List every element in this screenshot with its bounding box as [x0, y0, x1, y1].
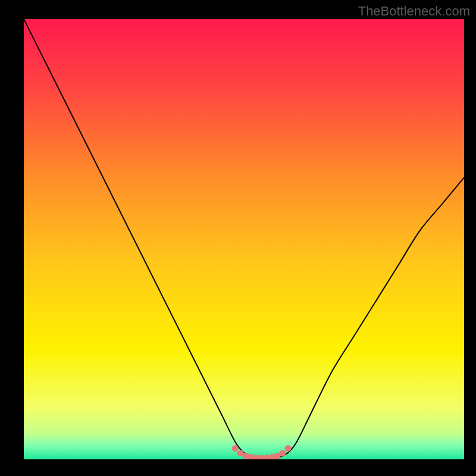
plot-area — [24, 19, 464, 459]
optimal-marker-dot — [280, 450, 286, 456]
optimal-marker-dot — [285, 445, 292, 452]
chart-frame: TheBottleneck.com — [0, 0, 476, 476]
gradient-background — [24, 19, 464, 459]
chart-svg — [24, 19, 464, 459]
optimal-marker-dot — [232, 445, 239, 452]
watermark-text: TheBottleneck.com — [358, 4, 470, 19]
